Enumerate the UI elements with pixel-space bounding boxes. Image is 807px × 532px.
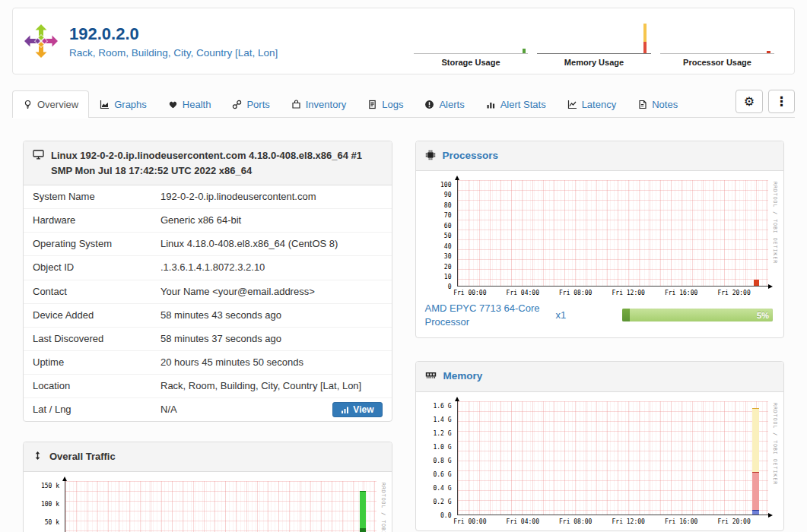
memory-spark-bar-used — [643, 42, 647, 53]
field-label: Location — [33, 380, 70, 391]
field-value: Linux 4.18.0-408.el8.x86_64 (CentOS 8) — [160, 238, 338, 249]
more-options-button[interactable]: ⋮ — [768, 90, 795, 113]
memory-spark-bar-cached — [643, 24, 647, 42]
shopping-bag-icon — [291, 100, 301, 109]
memory-usage-sparkline — [537, 16, 651, 54]
field-value: .1.3.6.1.4.1.8072.3.2.10 — [160, 261, 265, 273]
memory-stick-icon — [425, 370, 437, 380]
kebab-icon: ⋮ — [775, 93, 788, 109]
overall-traffic-body: 150 k 100 k 50 k 0 RRDTOOL / TOBI OETIKE… — [24, 472, 392, 532]
lightbulb-icon — [23, 100, 33, 109]
tab-label: Latency — [582, 99, 617, 110]
tab-label: Graphs — [114, 99, 147, 110]
storage-usage-minigraph[interactable]: Storage Usage — [414, 16, 528, 67]
arrows-updown-icon — [33, 451, 43, 461]
tab-label: Notes — [652, 99, 678, 110]
table-row: System Name 192-0-2-0.ip.linodeuserconte… — [24, 185, 392, 209]
tab-label: Overview — [37, 99, 78, 110]
memory-usage-minigraph[interactable]: Memory Usage — [537, 16, 651, 67]
field-value: 20 hours 45 minutes 50 seconds — [160, 356, 303, 368]
cpu-usage-percent: 5% — [757, 311, 769, 320]
memory-body: 1.6 G 1.4 G 1.2 G 1.0 G 0.8 G 0.6 G 0.4 … — [416, 392, 784, 530]
logs-file-icon — [367, 100, 377, 109]
gear-icon: ⚙ — [744, 94, 755, 109]
field-label: Uptime — [33, 356, 64, 368]
processor-usage-sparkline — [660, 16, 774, 54]
memory-y-axis: 1.6 G 1.4 G 1.2 G 1.0 G 0.8 G 0.6 G 0.4 … — [416, 401, 457, 515]
processors-header: Processors — [416, 141, 784, 171]
line-chart-icon — [567, 100, 577, 109]
table-row: Lat / Lng View N/A — [24, 398, 392, 422]
field-value: Generic x86 64-bit — [160, 214, 241, 226]
tab-inventory[interactable]: Inventory — [281, 90, 357, 118]
tab-label: Inventory — [306, 99, 346, 110]
field-value: 58 minutes 37 seconds ago — [160, 333, 281, 344]
tab-logs[interactable]: Logs — [357, 90, 414, 118]
processors-card: Processors 100 90 80 70 60 50 40 30 — [415, 141, 785, 338]
traffic-y-axis: 150 k 100 k 50 k 0 — [24, 481, 65, 532]
alert-circle-icon — [424, 100, 434, 109]
memory-used-bar — [752, 472, 759, 510]
tab-label: Alerts — [439, 99, 464, 110]
tab-ports[interactable]: Ports — [221, 90, 280, 118]
storage-spark-bar — [523, 49, 526, 53]
device-location-link[interactable]: Rack, Room, Building, City, Country [Lat… — [69, 47, 278, 59]
processor-usage-label: Processor Usage — [660, 58, 774, 67]
tab-latency[interactable]: Latency — [557, 90, 627, 118]
tab-label: Logs — [382, 99, 403, 110]
tab-graphs[interactable]: Graphs — [89, 90, 157, 118]
table-row: Object ID .1.3.6.1.4.1.8072.3.2.10 — [24, 256, 392, 280]
processors-title: Processors — [443, 148, 499, 163]
processors-y-axis: 100 90 80 70 60 50 40 30 20 10 0 — [416, 180, 457, 287]
tab-overview[interactable]: Overview — [12, 90, 89, 118]
view-location-button[interactable]: View — [332, 402, 382, 417]
device-info-card: Linux 192-0-2-0.ip.linodeusercontent.com… — [23, 141, 392, 422]
cpu-usage-fill — [622, 309, 630, 321]
traffic-in-bar-dark — [360, 528, 366, 532]
field-label: Hardware — [33, 214, 75, 226]
field-value: 58 minutes 43 seconds ago — [160, 309, 281, 321]
monitor-icon — [33, 150, 44, 160]
tab-notes[interactable]: Notes — [627, 90, 688, 118]
link-icon — [232, 100, 242, 109]
table-row: Device Added 58 minutes 43 seconds ago — [24, 303, 392, 327]
tab-alerts[interactable]: Alerts — [414, 90, 475, 118]
signal-bars-icon — [341, 406, 349, 414]
processors-graph[interactable]: 100 90 80 70 60 50 40 30 20 10 0 — [416, 180, 783, 287]
cpu-usage-progressbar: 5% — [622, 309, 773, 321]
traffic-in-bar — [360, 491, 366, 532]
memory-cached-bar — [752, 408, 759, 472]
field-label: Contact — [33, 286, 67, 297]
table-row: Operating System Linux 4.18.0-408.el8.x8… — [24, 233, 392, 256]
memory-title: Memory — [443, 369, 483, 384]
field-label: Operating System — [33, 238, 112, 249]
microchip-icon — [425, 150, 436, 160]
notes-file-icon — [637, 100, 647, 109]
view-button-label: View — [353, 404, 373, 415]
tab-alert-stats[interactable]: Alert Stats — [475, 90, 557, 118]
tab-label: Health — [183, 99, 211, 110]
cpu-name-link[interactable]: AMD EPYC 7713 64-Core Processor — [425, 302, 554, 328]
processor-usage-minigraph[interactable]: Processor Usage — [660, 16, 774, 67]
table-row: Hardware Generic x86 64-bit — [24, 209, 392, 233]
settings-button[interactable]: ⚙ — [736, 90, 763, 113]
memory-plot-area: Fri 00:00 Fri 04:00 Fri 08:00 Fri 12:00 … — [457, 401, 769, 515]
field-label: Device Added — [33, 309, 94, 321]
rrdtool-watermark: RRDTOOL / TOBI OETIKER — [380, 481, 386, 532]
overall-traffic-card: Overall Traffic 150 k 100 k 50 k 0 — [23, 442, 392, 532]
table-row: Location Rack, Room, Building, City, Cou… — [24, 375, 392, 398]
rrdtool-watermark: RRDTOOL / TOBI OETIKER — [772, 401, 778, 515]
device-header-card: 192.0.2.0 Rack, Room, Building, City, Co… — [12, 8, 795, 74]
device-info-header: Linux 192-0-2-0.ip.linodeusercontent.com… — [24, 141, 392, 185]
field-label: Object ID — [33, 261, 74, 273]
bar-chart-icon — [486, 100, 496, 109]
memory-buffers-bar — [752, 510, 759, 515]
memory-header: Memory — [416, 362, 784, 391]
tab-health[interactable]: Health — [157, 90, 222, 118]
overall-traffic-header: Overall Traffic — [24, 442, 392, 472]
left-column: Linux 192-0-2-0.ip.linodeusercontent.com… — [23, 141, 392, 532]
field-value: 192-0-2-0.ip.linodeusercontent.com — [160, 191, 316, 202]
memory-graph[interactable]: 1.6 G 1.4 G 1.2 G 1.0 G 0.8 G 0.6 G 0.4 … — [416, 401, 783, 515]
overall-traffic-graph[interactable]: 150 k 100 k 50 k 0 RRDTOOL / TOBI OETIKE… — [24, 481, 390, 532]
device-hostname[interactable]: 192.0.2.0 — [69, 24, 278, 44]
